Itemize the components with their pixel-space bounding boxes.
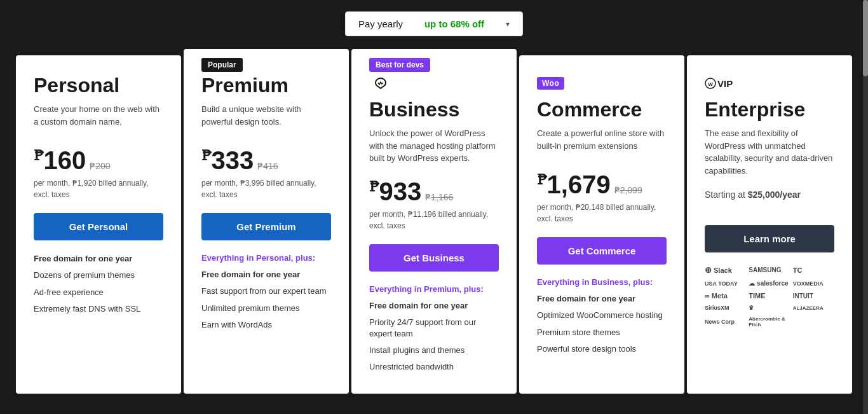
plan-enterprise-starting-price: Starting at $25,000/year (705, 190, 834, 212)
plan-premium-price: ₱333 (201, 146, 254, 175)
feature-premium-0: Free domain for one year (201, 269, 331, 280)
scrollbar[interactable] (863, 0, 868, 414)
get-personal-button[interactable]: Get Personal (34, 213, 163, 240)
plan-commerce-price-old: ₱2,099 (614, 185, 642, 196)
plan-personal-price-row: ₱160 ₱200 (34, 146, 163, 175)
plan-business-price-row: ₱933 ₱1,166 (369, 177, 499, 206)
feature-business-2: Install plugins and themes (369, 345, 499, 356)
billing-yearly-label: Pay yearly (358, 18, 403, 29)
plan-commerce-price: ₱1,679 (537, 170, 611, 199)
plan-commerce-price-sub: per month, ₱20,148 billed annually, excl… (537, 202, 667, 224)
logo-aljazeera: ALJAZEERA (793, 305, 834, 311)
get-commerce-button[interactable]: Get Commerce (537, 237, 667, 265)
plan-enterprise-name: Enterprise (705, 99, 834, 121)
plan-commerce-price-row: ₱1,679 ₱2,099 (537, 170, 667, 199)
plan-enterprise: W VIP Enterprise The ease and flexibilit… (687, 55, 852, 394)
logo-intuit: INTUIT (793, 292, 834, 300)
plan-premium-price-old: ₱416 (257, 161, 278, 172)
logo-newscorp: News Corp (705, 316, 746, 328)
plan-business-price-old: ₱1,166 (425, 192, 453, 203)
plan-business: Best for devs Business Unlock the power … (351, 49, 517, 394)
feature-personal-2: Ad-free experience (34, 287, 163, 298)
plan-enterprise-desc: The ease and flexibility of WordPress wi… (705, 127, 834, 177)
logo-usatoday: USA TODAY (705, 280, 746, 287)
feature-business-3: Unrestricted bandwidth (369, 361, 499, 373)
logo-time: TIME (749, 292, 790, 300)
feature-commerce-2: Premium store themes (537, 327, 667, 338)
scrollbar-thumb[interactable] (863, 0, 868, 76)
feature-business-0: Free domain for one year (369, 300, 499, 312)
plan-premium-price-sub: per month, ₱3,996 billed annually, excl.… (201, 177, 331, 200)
plan-commerce: Woo Commerce Create a powerful online st… (519, 55, 684, 394)
plan-premium: Popular Premium Build a unique website w… (184, 49, 349, 394)
popular-badge: Popular (201, 58, 243, 72)
feature-premium-2: Unlimited premium themes (201, 303, 331, 314)
logo-crown: ♛ (749, 305, 790, 311)
svg-text:W: W (708, 81, 713, 87)
plan-business-name: Business (369, 99, 499, 121)
wp-vip-icon: W (705, 78, 716, 89)
feature-premium-1: Fast support from our expert team (201, 286, 331, 297)
plan-business-price: ₱933 (369, 177, 421, 206)
plan-commerce-desc: Create a powerful online store with buil… (537, 127, 667, 158)
logo-voxmedia: VOXMEDIA (793, 280, 834, 287)
plan-personal-desc: Create your home on the web with a custo… (34, 103, 163, 134)
feature-commerce-0: Free domain for one year (537, 293, 667, 305)
logo-meta: ∞ Meta (705, 292, 746, 300)
plan-business-price-sub: per month, ₱11,196 billed annually, excl… (369, 209, 499, 231)
enterprise-client-logos: ⊕Slack SAMSUNG TC USA TODAY ☁ salesforce… (705, 265, 834, 328)
plan-commerce-logo: Woo (537, 74, 667, 92)
plan-premium-price-row: ₱333 ₱416 (201, 146, 331, 175)
woo-logo-badge: Woo (537, 77, 564, 90)
bestdev-badge: Best for devs (369, 58, 430, 72)
wp-heart-icon (369, 76, 392, 91)
plan-business-logo (369, 74, 499, 92)
vip-logo-text: W VIP (705, 78, 733, 89)
feature-business-1: Priority 24/7 support from our expert te… (369, 317, 499, 340)
get-business-button[interactable]: Get Business (369, 244, 499, 272)
plan-personal-name: Personal (34, 74, 163, 97)
plan-business-desc: Unlock the power of WordPress with the m… (369, 127, 499, 165)
get-premium-button[interactable]: Get Premium (201, 213, 331, 240)
learn-more-button[interactable]: Learn more (705, 225, 834, 252)
plan-premium-name: Premium (201, 74, 331, 97)
plan-premium-desc: Build a unique website with powerful des… (201, 103, 331, 134)
logo-tc: TC (793, 265, 834, 275)
feature-personal-3: Extremely fast DNS with SSL (34, 303, 163, 315)
feature-personal-1: Dozens of premium themes (34, 270, 163, 281)
billing-toggle[interactable]: Pay yearly up to 68% off ▾ (345, 11, 523, 36)
feature-commerce-3: Powerful store design tools (537, 343, 667, 355)
plans-container: Personal Create your home on the web wit… (0, 55, 868, 394)
plan-personal: Personal Create your home on the web wit… (16, 55, 181, 394)
chevron-down-icon: ▾ (506, 20, 510, 29)
logo-abercrombie: Abercrombie & Fitch (749, 316, 790, 328)
plan-premium-features-heading: Everything in Personal, plus: (201, 253, 331, 263)
plan-business-features-heading: Everything in Premium, plus: (369, 284, 499, 294)
plan-commerce-name: Commerce (537, 99, 667, 121)
logo-samsung: SAMSUNG (749, 265, 790, 275)
plan-personal-price-old: ₱200 (90, 161, 110, 172)
feature-personal-0: Free domain for one year (34, 253, 163, 265)
plan-enterprise-logo: W VIP (705, 74, 834, 92)
feature-commerce-1: Optimized WooCommerce hosting (537, 310, 667, 321)
plan-personal-price-sub: per month, ₱1,920 billed annually, excl.… (34, 177, 163, 200)
logo-salesforce: ☁ salesforce (749, 280, 790, 287)
logo-siriusxm: SiriusXM (705, 305, 746, 311)
feature-premium-3: Earn with WordAds (201, 319, 331, 331)
logo-slack: ⊕Slack (705, 265, 746, 275)
plan-personal-price: ₱160 (34, 146, 86, 175)
billing-discount: up to 68% off (424, 18, 484, 29)
plan-commerce-features-heading: Everything in Business, plus: (537, 277, 667, 287)
